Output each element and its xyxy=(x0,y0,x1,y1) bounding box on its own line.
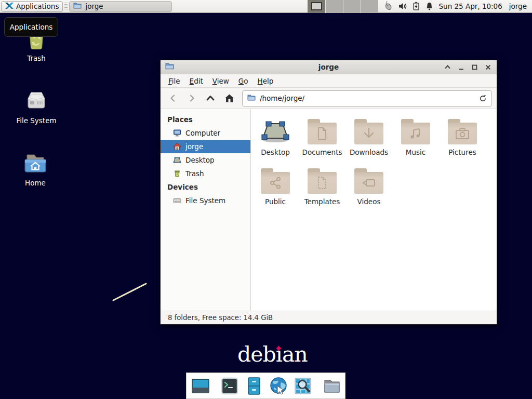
templates-folder-icon xyxy=(308,172,337,194)
downloads-folder-icon xyxy=(354,123,383,144)
menu-help[interactable]: Help xyxy=(253,75,278,87)
menubar: File Edit View Go Help xyxy=(161,74,497,88)
desktop-icon xyxy=(261,114,290,144)
menu-go[interactable]: Go xyxy=(234,75,253,87)
menu-edit[interactable]: Edit xyxy=(185,75,208,87)
reload-button[interactable] xyxy=(479,95,487,102)
panel-drag-handle[interactable] xyxy=(64,3,68,10)
toolbar: /home/jorge/ xyxy=(161,88,497,109)
desktop-icon-home[interactable]: Home xyxy=(10,151,60,187)
workspace-1[interactable] xyxy=(308,0,325,13)
folder-documents[interactable]: Documents xyxy=(299,114,345,164)
file-manager-button[interactable] xyxy=(244,376,264,396)
panel-clock[interactable]: Sun 25 Apr, 10:06 xyxy=(439,2,502,10)
globe-browser-icon xyxy=(269,376,288,396)
places-header: Places xyxy=(161,113,250,126)
minimize-button[interactable] xyxy=(457,63,465,71)
sidebar-item-computer[interactable]: Computer xyxy=(161,126,250,140)
location-path: /home/jorge/ xyxy=(260,94,304,102)
documents-folder-icon xyxy=(308,123,337,144)
sidebar-item-desktop[interactable]: Desktop xyxy=(161,153,250,167)
close-button[interactable] xyxy=(484,63,492,71)
file-manager-window: jorge File Edit View Go Help xyxy=(160,60,497,325)
pictures-folder-icon xyxy=(448,123,477,144)
icon-grid: Desktop Documents xyxy=(252,114,497,213)
desktop-icon xyxy=(173,156,181,164)
workspace-4[interactable] xyxy=(361,0,378,13)
home-icon xyxy=(173,142,181,151)
public-folder-icon xyxy=(261,172,290,194)
desktop-icon-file-system[interactable]: File System xyxy=(11,88,61,125)
sidebar-item-file-system[interactable]: File System xyxy=(161,194,250,207)
debian-wordmark: debıan xyxy=(237,344,308,365)
show-desktop-icon xyxy=(191,376,210,396)
music-folder-icon xyxy=(401,123,430,144)
drive-icon xyxy=(173,196,181,205)
volume-icon[interactable] xyxy=(398,2,407,11)
devices-header: Devices xyxy=(161,180,250,194)
directory-folder-icon xyxy=(322,376,342,396)
app-finder-icon xyxy=(293,376,313,396)
system-tray xyxy=(383,1,434,11)
file-view[interactable]: Desktop Documents xyxy=(251,109,497,311)
dock-panel xyxy=(186,373,345,399)
desktop[interactable]: Applications jorge xyxy=(0,0,532,399)
sidebar-item-jorge[interactable]: jorge xyxy=(161,140,250,153)
folder-icon xyxy=(247,94,256,103)
workspace-2[interactable] xyxy=(325,0,343,13)
xfce-logo-icon xyxy=(5,2,14,11)
workspace-3[interactable] xyxy=(343,0,361,13)
show-desktop-button[interactable] xyxy=(191,376,210,396)
home-button[interactable] xyxy=(221,90,237,106)
application-finder-button[interactable] xyxy=(293,376,313,396)
menu-file[interactable]: File xyxy=(164,75,185,87)
folder-templates[interactable]: Templates xyxy=(299,164,345,213)
forward-button[interactable] xyxy=(184,90,200,106)
drive-icon xyxy=(24,88,49,113)
workspace-window-thumb xyxy=(311,2,322,10)
shade-button[interactable] xyxy=(443,63,451,71)
statusbar-text: 8 folders, Free space: 14.4 GiB xyxy=(168,314,273,322)
applications-menu-button[interactable]: Applications xyxy=(1,1,63,12)
terminal-button[interactable] xyxy=(220,376,240,396)
location-bar[interactable]: /home/jorge/ xyxy=(242,90,492,107)
taskbar-window-button[interactable]: jorge xyxy=(69,1,172,12)
notifications-bell-icon[interactable] xyxy=(425,2,434,11)
mouse-settings-icon[interactable] xyxy=(383,1,393,11)
computer-icon xyxy=(173,129,181,137)
folder-public[interactable]: Public xyxy=(252,164,299,213)
up-button[interactable] xyxy=(203,90,218,106)
folder-pictures[interactable]: Pictures xyxy=(439,114,486,164)
window-folder-icon xyxy=(165,62,174,73)
desktop-icon-label: Trash xyxy=(11,54,61,62)
desktop-icon-label: File System xyxy=(11,116,61,125)
sidebar: Places Computer xyxy=(161,109,251,311)
web-browser-button[interactable] xyxy=(269,376,288,396)
battery-icon[interactable] xyxy=(412,2,420,11)
taskbar-window-label: jorge xyxy=(85,2,103,10)
folder-icon xyxy=(73,2,82,11)
panel-user-menu[interactable]: jorge xyxy=(509,2,527,10)
terminal-icon xyxy=(220,376,240,396)
menu-view[interactable]: View xyxy=(208,75,234,87)
applications-menu-label: Applications xyxy=(16,2,59,10)
file-cabinet-icon xyxy=(244,376,264,396)
folder-videos[interactable]: Videos xyxy=(345,164,392,213)
folder-music[interactable]: Music xyxy=(392,114,439,164)
sidebar-item-trash[interactable]: Trash xyxy=(161,167,250,180)
folder-downloads[interactable]: Downloads xyxy=(345,114,392,164)
statusbar: 8 folders, Free space: 14.4 GiB xyxy=(161,311,497,324)
videos-folder-icon xyxy=(354,172,383,194)
maximize-button[interactable] xyxy=(470,63,478,71)
folder-desktop[interactable]: Desktop xyxy=(252,114,299,164)
back-button[interactable] xyxy=(165,90,181,106)
stray-line-artifact xyxy=(109,280,151,304)
window-controls xyxy=(443,63,492,71)
home-folder-icon xyxy=(23,151,48,176)
top-panel: Applications jorge xyxy=(0,0,532,13)
applications-tooltip: Applications xyxy=(4,17,58,37)
workspace-switcher xyxy=(308,0,378,13)
desktop-icon-label: Home xyxy=(10,179,60,187)
window-titlebar[interactable]: jorge xyxy=(161,60,497,74)
directory-menu-button[interactable] xyxy=(322,376,342,396)
